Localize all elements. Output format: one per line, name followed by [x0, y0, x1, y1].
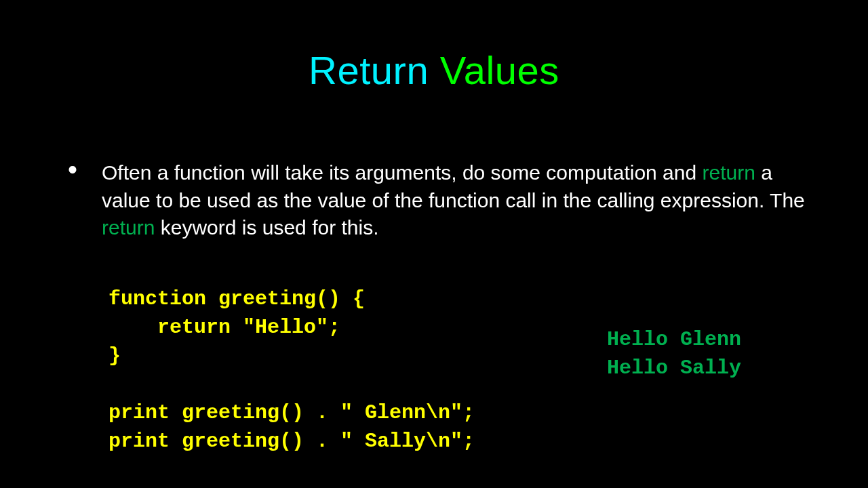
- body-content: • Often a function will take its argumen…: [68, 159, 814, 242]
- para-part-1: Often a function will take its arguments…: [102, 161, 702, 184]
- output-block: Hello Glenn Hello Sally: [607, 325, 741, 382]
- keyword-return-2: return: [102, 216, 155, 239]
- slide-title: Return Values: [0, 0, 868, 93]
- para-part-3: keyword is used for this.: [155, 216, 378, 239]
- code-block: function greeting() { return "Hello"; } …: [108, 285, 475, 455]
- bullet-dot-icon: •: [68, 159, 102, 180]
- keyword-return-1: return: [702, 161, 755, 184]
- title-word-1: Return: [309, 48, 429, 92]
- slide: Return Values • Often a function will ta…: [0, 0, 868, 488]
- title-word-2: Values: [440, 48, 559, 92]
- paragraph-text: Often a function will take its arguments…: [102, 159, 814, 242]
- bullet-item: • Often a function will take its argumen…: [68, 159, 814, 242]
